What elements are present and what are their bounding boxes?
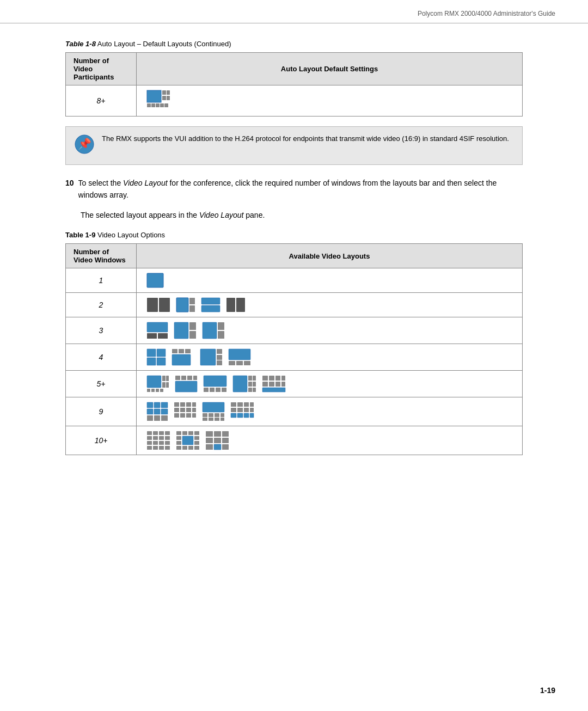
svg-rect-47 [244, 361, 250, 365]
svg-rect-145 [176, 436, 181, 440]
svg-rect-74 [262, 376, 268, 381]
row-10-num: 10+ [66, 426, 137, 455]
svg-rect-31 [218, 331, 224, 339]
svg-rect-14 [147, 298, 158, 312]
svg-rect-140 [165, 446, 170, 450]
svg-rect-136 [165, 441, 170, 445]
page-number: 1-19 [540, 686, 555, 695]
svg-rect-154 [206, 431, 213, 437]
svg-rect-51 [162, 382, 166, 388]
svg-rect-118 [237, 408, 243, 412]
svg-rect-99 [192, 408, 196, 412]
table-row: 3 [66, 317, 523, 344]
svg-rect-20 [201, 305, 220, 312]
svg-rect-48 [147, 376, 161, 388]
note-text: The RMX supports the VUI addition to the… [102, 133, 509, 144]
svg-rect-132 [165, 436, 170, 440]
svg-rect-27 [189, 322, 196, 330]
note-box: 📌 The RMX supports the VUI addition to t… [65, 126, 523, 165]
svg-rect-83 [147, 402, 153, 408]
svg-rect-97 [180, 408, 185, 412]
step-10-after: The selected layout appears in the Video… [65, 209, 523, 221]
svg-rect-123 [244, 413, 249, 418]
svg-rect-126 [153, 431, 158, 435]
svg-rect-149 [194, 441, 199, 445]
table9-caption: Table 1-9 Video Layout Options [65, 231, 523, 239]
page-footer: 1-19 [540, 686, 555, 695]
svg-rect-0 [147, 90, 161, 102]
svg-rect-9 [160, 103, 164, 107]
svg-rect-105 [203, 413, 207, 417]
svg-rect-44 [229, 349, 250, 360]
svg-rect-161 [214, 444, 221, 450]
svg-rect-67 [233, 376, 247, 392]
svg-rect-34 [147, 358, 156, 365]
table8-caption: Table 1-8 Auto Layout – Default Layouts … [65, 40, 523, 48]
svg-rect-23 [147, 322, 168, 332]
svg-rect-8 [156, 103, 160, 107]
svg-rect-41 [217, 349, 222, 354]
svg-rect-29 [203, 322, 217, 339]
svg-rect-89 [147, 415, 153, 421]
step-10-content: To select the Video Layout for the confe… [78, 177, 523, 201]
table-row: 10+ [66, 426, 523, 455]
note-icon: 📌 [75, 134, 94, 158]
table-row: 8+ [66, 85, 523, 117]
svg-rect-18 [189, 305, 195, 312]
header-title: Polycom RMX 2000/4000 Administrator's Gu… [418, 10, 555, 17]
svg-rect-147 [194, 436, 199, 440]
svg-rect-158 [214, 438, 221, 443]
row-4-num: 4 [66, 344, 137, 371]
svg-rect-15 [159, 298, 170, 312]
svg-rect-22 [236, 298, 245, 312]
svg-rect-58 [181, 376, 186, 380]
table8-row1-num: 8+ [66, 85, 137, 117]
svg-rect-107 [215, 413, 219, 417]
svg-rect-73 [253, 388, 256, 392]
svg-rect-92 [174, 402, 179, 407]
svg-rect-77 [281, 376, 285, 381]
svg-rect-110 [209, 418, 213, 421]
svg-rect-90 [154, 415, 160, 421]
svg-rect-7 [151, 103, 155, 107]
row-1-layouts [137, 268, 523, 293]
svg-rect-13 [147, 273, 163, 287]
svg-rect-121 [231, 413, 236, 418]
svg-rect-6 [147, 103, 151, 107]
svg-rect-62 [204, 376, 226, 387]
table8-col1-header: Number of Video Participants [66, 53, 137, 85]
row-9-layouts [137, 397, 523, 426]
table-row: 9 [66, 397, 523, 426]
svg-rect-96 [174, 408, 179, 412]
svg-rect-88 [161, 409, 168, 414]
svg-rect-81 [281, 382, 285, 387]
svg-rect-50 [166, 376, 169, 381]
svg-rect-46 [236, 361, 243, 365]
svg-rect-98 [186, 408, 191, 412]
table8-row1-icon [137, 85, 523, 117]
svg-rect-91 [161, 415, 168, 421]
page-header: Polycom RMX 2000/4000 Administrator's Gu… [0, 0, 588, 23]
svg-rect-117 [231, 408, 236, 412]
svg-text:📌: 📌 [78, 137, 91, 150]
table8-col2-header: Auto Layout Default Settings [137, 53, 523, 85]
row-9-num: 9 [66, 397, 137, 426]
svg-rect-87 [154, 409, 160, 414]
svg-rect-151 [182, 446, 187, 450]
svg-rect-93 [180, 402, 185, 407]
svg-rect-64 [210, 388, 215, 392]
svg-rect-101 [180, 413, 185, 418]
svg-rect-32 [147, 349, 156, 357]
svg-rect-162 [222, 444, 229, 450]
svg-rect-19 [201, 298, 220, 304]
row-5-layouts [137, 371, 523, 397]
svg-rect-60 [193, 376, 197, 380]
svg-rect-45 [229, 361, 235, 365]
row-2-layouts [137, 293, 523, 317]
svg-rect-53 [147, 389, 150, 392]
svg-rect-112 [220, 418, 224, 421]
svg-rect-152 [188, 446, 193, 450]
svg-rect-114 [237, 402, 243, 407]
svg-rect-70 [248, 382, 252, 387]
svg-rect-69 [253, 376, 256, 381]
